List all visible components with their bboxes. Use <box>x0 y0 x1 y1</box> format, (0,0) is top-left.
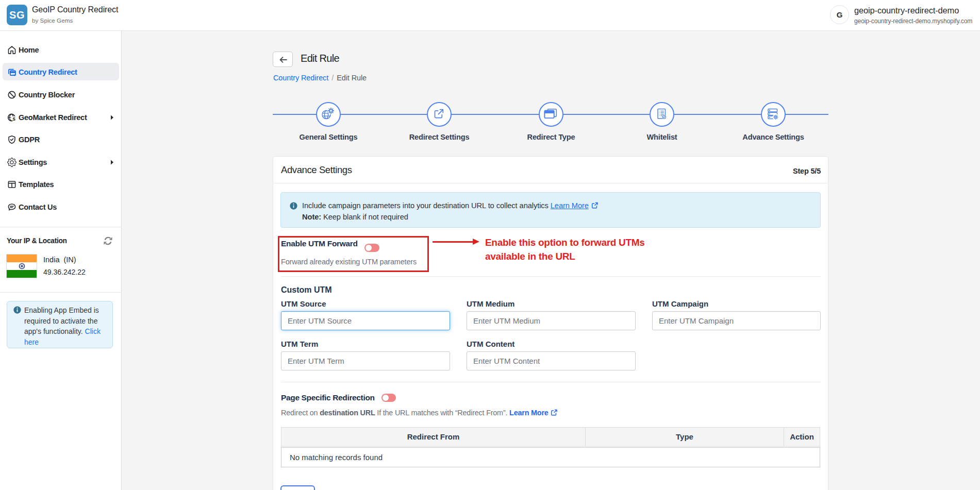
svg-text:$: $ <box>12 116 15 122</box>
